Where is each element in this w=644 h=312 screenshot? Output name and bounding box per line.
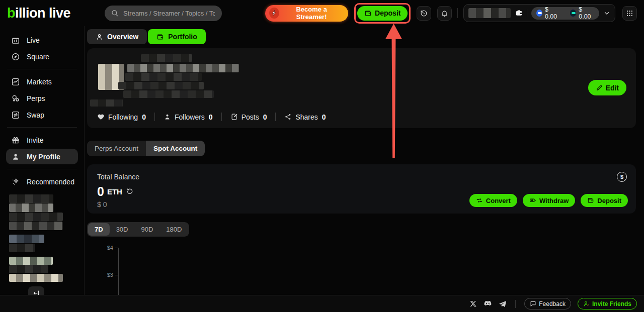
- chart-period-tabs: 7D 30D 90D 180D: [87, 222, 189, 237]
- sidebar-label-markets: Markets: [27, 78, 52, 86]
- tab-perps-account[interactable]: Perps Account: [87, 141, 146, 156]
- spot-account-label: Spot Account: [153, 145, 197, 152]
- feedback-label: Feedback: [539, 300, 566, 307]
- stat-posts[interactable]: Posts 0: [230, 113, 267, 121]
- deposit-highlight-box: Deposit: [354, 3, 411, 24]
- brand-logo-b: b: [7, 6, 15, 21]
- grid-menu-icon: [626, 10, 633, 17]
- telegram-icon[interactable]: [499, 300, 507, 308]
- sparkles-icon: [11, 177, 20, 186]
- stat-followers-value: 0: [209, 113, 213, 121]
- chip-divider: [527, 9, 527, 17]
- sidebar-item-recommended[interactable]: Recommended: [6, 174, 78, 189]
- wallet-mini-icon: [515, 9, 523, 17]
- wallet-name-redacted: [468, 8, 510, 18]
- footer-bar: Feedback Invite Friends: [0, 295, 644, 312]
- stat-followers[interactable]: Followers 0: [164, 113, 213, 121]
- profile-tabs: Overview Portfolio: [87, 29, 636, 44]
- global-search[interactable]: [105, 6, 222, 21]
- swap-icon: [11, 111, 20, 120]
- wallet-icon: [156, 33, 164, 41]
- tab-portfolio[interactable]: Portfolio: [148, 29, 206, 44]
- perps-icon: [11, 94, 20, 103]
- chevron-down-icon[interactable]: [603, 10, 610, 17]
- stat-posts-label: Posts: [242, 113, 259, 121]
- edit-button-label: Edit: [606, 84, 619, 92]
- chat-icon: [530, 300, 536, 307]
- refresh-icon[interactable]: [126, 188, 133, 195]
- sidebar-label-invite: Invite: [27, 136, 43, 144]
- become-streamer-button[interactable]: Become a Streamer!: [265, 5, 348, 22]
- tab-spot-account[interactable]: Spot Account: [146, 141, 205, 156]
- period-30d[interactable]: 30D: [110, 223, 135, 236]
- profile-redacted-block: [125, 73, 202, 81]
- stat-shares[interactable]: Shares 0: [284, 113, 326, 121]
- sidebar: Live Square Markets Perps Swap Invite My…: [0, 26, 85, 295]
- period-180d[interactable]: 180D: [159, 223, 188, 236]
- period-7d[interactable]: 7D: [88, 223, 110, 236]
- sidebar-item-square[interactable]: Square: [6, 49, 78, 64]
- person-add-icon: [583, 300, 590, 307]
- usd-display-toggle[interactable]: $: [617, 172, 627, 182]
- person-icon: [11, 152, 20, 161]
- brand-logo-live: live: [49, 6, 70, 21]
- person-icon: [164, 113, 171, 121]
- x-twitter-icon[interactable]: [469, 300, 477, 307]
- gift-icon: [11, 136, 20, 145]
- discord-icon[interactable]: [484, 299, 492, 308]
- sidebar-divider: [7, 169, 77, 169]
- total-balance-card: Total Balance 0 ETH $ 0 $ Convert Withdr…: [87, 164, 636, 214]
- stat-following-value: 0: [142, 113, 146, 121]
- header-deposit-label: Deposit: [375, 9, 400, 17]
- brand-logo[interactable]: billionlive: [7, 6, 70, 21]
- person-icon: [96, 33, 103, 41]
- recommended-list-redacted: [9, 194, 84, 282]
- sidebar-item-swap[interactable]: Swap: [6, 107, 78, 123]
- post-icon: [230, 113, 238, 121]
- stat-divider: [154, 113, 155, 121]
- wallet-account-chip[interactable]: $ 0.00 $ 0.00: [463, 4, 615, 22]
- profile-redacted-block: [118, 82, 204, 89]
- period-90d[interactable]: 90D: [134, 223, 159, 236]
- header-divider: [457, 8, 458, 18]
- apps-menu-button[interactable]: [622, 6, 637, 21]
- sidebar-item-markets[interactable]: Markets: [6, 74, 78, 89]
- sidebar-item-live[interactable]: Live: [6, 32, 78, 48]
- edit-profile-button[interactable]: Edit: [588, 80, 626, 95]
- token-coin-icon: [570, 10, 577, 17]
- header-deposit-button[interactable]: Deposit: [357, 6, 408, 21]
- balance-amount: 0: [97, 186, 104, 196]
- become-streamer-label: Become a Streamer!: [283, 6, 340, 21]
- pencil-icon: [596, 84, 603, 91]
- withdraw-label: Withdraw: [539, 197, 569, 204]
- tab-overview[interactable]: Overview: [87, 29, 147, 44]
- wallet-balance-a: $ 0.00: [545, 6, 560, 20]
- history-button[interactable]: [417, 6, 431, 21]
- stat-following-label: Following: [108, 113, 138, 121]
- profile-card: Following 0 Followers 0 Posts 0 Shares 0: [87, 48, 636, 128]
- invite-friends-button[interactable]: Invite Friends: [578, 298, 637, 309]
- stat-posts-value: 0: [263, 113, 267, 121]
- convert-icon: [476, 197, 483, 204]
- notifications-button[interactable]: [437, 6, 452, 21]
- withdraw-icon: [529, 197, 536, 204]
- profile-redacted-block: [123, 90, 214, 98]
- stat-followers-label: Followers: [175, 113, 205, 121]
- sidebar-item-perps[interactable]: Perps: [6, 90, 78, 106]
- profile-stats-row: Following 0 Followers 0 Posts 0 Shares 0: [97, 113, 326, 121]
- balances-pill: $ 0.00 $ 0.00: [531, 7, 599, 20]
- sidebar-item-my-profile[interactable]: My Profile: [6, 149, 78, 164]
- convert-button[interactable]: Convert: [469, 194, 517, 207]
- account-tabs: Perps Account Spot Account: [87, 141, 205, 156]
- wallet-balance-b: $ 0.00: [579, 6, 594, 20]
- deposit-button[interactable]: Deposit: [581, 194, 628, 207]
- stat-divider: [221, 113, 222, 121]
- search-input[interactable]: [122, 9, 216, 18]
- search-icon: [111, 9, 119, 17]
- sidebar-divider: [7, 127, 77, 128]
- withdraw-button[interactable]: Withdraw: [523, 194, 575, 207]
- stat-following[interactable]: Following 0: [97, 113, 146, 121]
- balance-actions: Convert Withdraw Deposit: [469, 194, 628, 207]
- sidebar-item-invite[interactable]: Invite: [6, 132, 78, 148]
- feedback-button[interactable]: Feedback: [524, 298, 571, 309]
